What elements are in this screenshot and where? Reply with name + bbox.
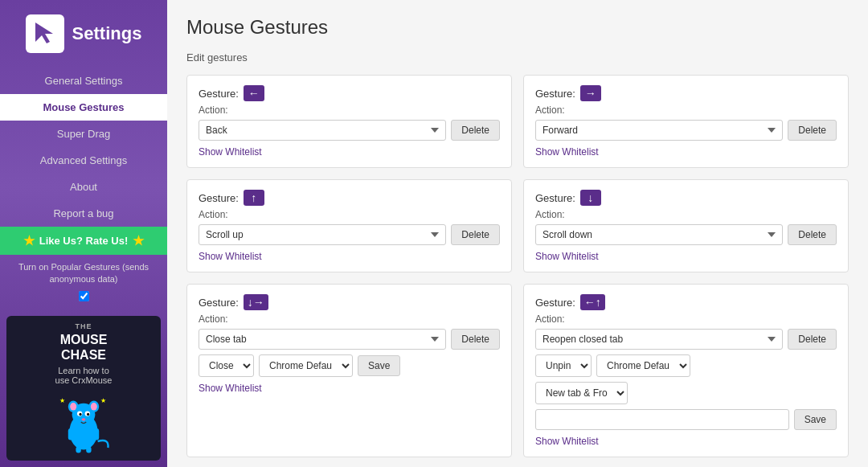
- popular-gestures-checkbox-row: [71, 289, 97, 308]
- extra-row3-reopen-tab: Save: [535, 409, 837, 430]
- gesture-header-scroll-up: Gesture: ↑: [199, 190, 500, 206]
- ad-mouse-image: ★ ★: [51, 390, 116, 454]
- ad-title: THE: [13, 322, 154, 330]
- delete-button-close-tab[interactable]: Delete: [451, 329, 500, 350]
- gesture-label-scroll-up: Gesture:: [199, 192, 239, 204]
- page-title: Mouse Gestures: [186, 16, 849, 39]
- gesture-icon-scroll-up: ↑: [244, 190, 264, 206]
- show-whitelist-scroll-up[interactable]: Show Whitelist: [199, 251, 262, 262]
- action-label-close-tab: Action:: [199, 313, 500, 325]
- action-row-back: Back Delete: [199, 120, 500, 141]
- ad-banner[interactable]: THE MOUSECHASE Learn how touse CrxMouse: [6, 316, 161, 461]
- svg-text:★: ★: [100, 397, 106, 404]
- action-select-forward[interactable]: Forward: [535, 120, 783, 141]
- sidebar-item-mouse-gestures[interactable]: Mouse Gestures: [0, 94, 167, 121]
- gesture-label-close-tab: Gesture:: [199, 297, 239, 309]
- svg-point-11: [82, 418, 86, 420]
- svg-rect-14: [76, 447, 80, 453]
- gesture-header-forward: Gesture: →: [535, 85, 837, 101]
- logo-icon: [26, 14, 64, 53]
- show-whitelist-reopen-tab[interactable]: Show Whitelist: [535, 436, 599, 447]
- action-row-close-tab: Close tab Delete: [199, 329, 500, 350]
- save-button-close-tab[interactable]: Save: [358, 355, 400, 376]
- delete-button-reopen-tab[interactable]: Delete: [788, 329, 837, 350]
- popular-gestures-checkbox[interactable]: [79, 291, 89, 301]
- reopen-tab-extra2[interactable]: Chrome Defau: [596, 354, 690, 377]
- svg-point-9: [79, 413, 81, 416]
- sidebar-logo: Settings: [0, 0, 167, 68]
- sidebar-title: Settings: [72, 23, 142, 44]
- delete-button-scroll-down[interactable]: Delete: [788, 224, 837, 245]
- sidebar: Settings General Settings Mouse Gestures…: [0, 0, 167, 467]
- gesture-card-scroll-down: Gesture: ↓ Action: Scroll down Delete Sh…: [523, 179, 849, 272]
- gesture-label-scroll-down: Gesture:: [535, 192, 575, 204]
- sidebar-item-report-bug[interactable]: Report a bug: [0, 200, 167, 227]
- sidebar-item-about[interactable]: About: [0, 174, 167, 200]
- delete-button-back[interactable]: Delete: [451, 120, 500, 141]
- action-label-scroll-up: Action:: [199, 209, 500, 220]
- close-tab-extra2[interactable]: Chrome Defau: [259, 354, 353, 377]
- action-row-reopen-tab: Reopen closed tab Delete: [535, 329, 837, 350]
- gesture-icon-reopen-tab: ←↑: [580, 294, 605, 310]
- popular-gestures-label: Turn on Popular Gestures (sends anonymou…: [0, 255, 167, 289]
- svg-point-10: [87, 413, 89, 416]
- reopen-tab-extra1[interactable]: Unpin: [535, 354, 592, 377]
- sidebar-item-general-settings[interactable]: General Settings: [0, 68, 167, 94]
- sidebar-nav: General Settings Mouse Gestures Super Dr…: [0, 68, 167, 227]
- gesture-header-back: Gesture: ←: [199, 85, 500, 101]
- reopen-tab-extra3[interactable]: New tab & Fro: [535, 382, 628, 404]
- gesture-label-forward: Gesture:: [535, 88, 575, 100]
- star-left-icon: ★: [23, 233, 35, 248]
- action-select-scroll-down[interactable]: Scroll down: [535, 224, 783, 245]
- save-button-reopen-tab[interactable]: Save: [794, 409, 837, 430]
- action-row-forward: Forward Delete: [535, 120, 837, 141]
- gesture-label-back: Gesture:: [199, 88, 239, 100]
- action-select-scroll-up[interactable]: Scroll up: [199, 224, 446, 245]
- gesture-card-close-tab: Gesture: ↓→ Action: Close tab Delete Clo…: [186, 284, 512, 457]
- edit-gestures-label: Edit gestures: [186, 51, 849, 63]
- svg-point-5: [70, 403, 76, 411]
- extra-row2-reopen-tab: New tab & Fro: [535, 382, 837, 404]
- rate-us-banner[interactable]: ★ Like Us? Rate Us! ★: [0, 227, 167, 255]
- action-label-reopen-tab: Action:: [535, 313, 837, 325]
- delete-button-forward[interactable]: Delete: [788, 120, 837, 141]
- ad-sub-text: Learn how touse CrxMouse: [13, 366, 154, 385]
- reopen-tab-input[interactable]: [535, 409, 789, 430]
- show-whitelist-forward[interactable]: Show Whitelist: [535, 146, 599, 158]
- gesture-label-reopen-tab: Gesture:: [535, 297, 575, 309]
- ad-main-text: MOUSECHASE: [13, 332, 154, 363]
- action-row-scroll-up: Scroll up Delete: [199, 224, 500, 245]
- svg-marker-0: [35, 23, 53, 43]
- sidebar-item-super-drag[interactable]: Super Drag: [0, 121, 167, 147]
- action-label-forward: Action:: [535, 104, 837, 116]
- gesture-card-forward: Gesture: → Action: Forward Delete Show W…: [523, 75, 849, 168]
- action-row-scroll-down: Scroll down Delete: [535, 224, 837, 245]
- extra-row1-reopen-tab: Unpin Chrome Defau: [535, 354, 837, 377]
- cursor-icon: [32, 21, 58, 47]
- main-content: Mouse Gestures Edit gestures Gesture: ← …: [167, 0, 868, 467]
- action-label-scroll-down: Action:: [535, 209, 837, 220]
- gesture-icon-close-tab: ↓→: [244, 294, 268, 310]
- action-select-reopen-tab[interactable]: Reopen closed tab: [535, 329, 783, 350]
- show-whitelist-scroll-down[interactable]: Show Whitelist: [535, 251, 599, 262]
- svg-text:★: ★: [59, 397, 65, 404]
- gesture-icon-scroll-down: ↓: [580, 190, 601, 206]
- star-right-icon: ★: [133, 233, 144, 248]
- extra-row-close-tab: Close Chrome Defau Save: [199, 354, 500, 377]
- action-label-back: Action:: [199, 104, 500, 116]
- gesture-icon-forward: →: [580, 85, 601, 101]
- action-select-back[interactable]: Back: [199, 120, 446, 141]
- svg-rect-13: [94, 428, 99, 440]
- gesture-card-scroll-up: Gesture: ↑ Action: Scroll up Delete Show…: [186, 179, 512, 272]
- gesture-header-reopen-tab: Gesture: ←↑: [535, 294, 837, 310]
- close-tab-extra1[interactable]: Close: [199, 354, 254, 377]
- delete-button-scroll-up[interactable]: Delete: [451, 224, 500, 245]
- svg-point-6: [91, 403, 97, 411]
- show-whitelist-back[interactable]: Show Whitelist: [199, 146, 262, 158]
- gesture-card-back: Gesture: ← Action: Back Delete Show Whit…: [186, 75, 512, 168]
- show-whitelist-close-tab[interactable]: Show Whitelist: [199, 383, 262, 394]
- svg-rect-15: [86, 447, 91, 453]
- action-select-close-tab[interactable]: Close tab: [199, 329, 446, 350]
- rate-us-label: Like Us? Rate Us!: [39, 235, 129, 247]
- sidebar-item-advanced-settings[interactable]: Advanced Settings: [0, 147, 167, 174]
